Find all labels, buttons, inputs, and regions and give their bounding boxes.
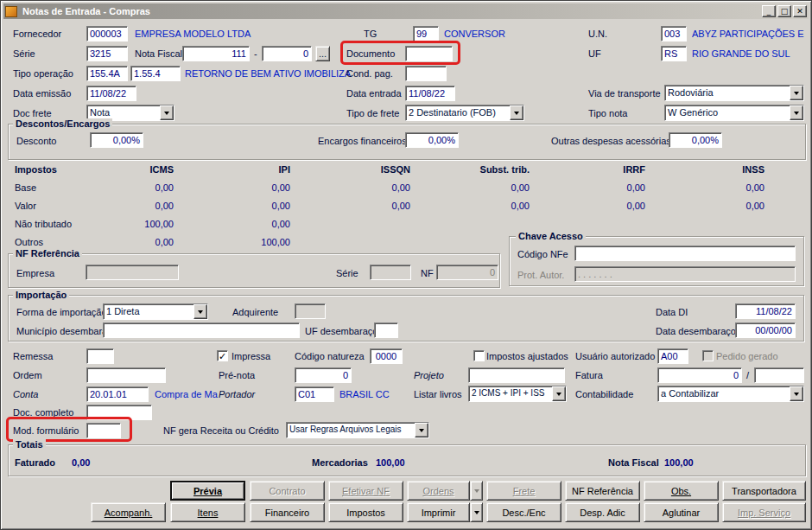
valor-irrf: 0,00	[576, 201, 645, 211]
doc-frete-dropdown-icon[interactable]	[160, 105, 174, 120]
acompanh-button[interactable]: Acompanh.	[91, 502, 166, 522]
frete-button[interactable]: Frete	[486, 481, 561, 501]
mercadorias-value: 100,00	[376, 457, 405, 468]
data-desembaraco-label: Data desembaraço	[656, 326, 736, 336]
maximize-button[interactable]: □	[777, 5, 791, 17]
outros-icms: 0,00	[105, 237, 174, 247]
prot-autor-label: Prot. Autor.	[517, 270, 564, 280]
uf-desembaraco-input[interactable]	[374, 322, 398, 338]
tipo-nota-select[interactable]: W Genérico	[664, 105, 804, 121]
mod-formulario-label: Mod. formulário	[13, 425, 79, 436]
base-subst: 0,00	[460, 182, 530, 193]
ordem-label: Ordem	[13, 370, 42, 380]
nota-fiscal-sub-input[interactable]: 0	[262, 46, 312, 61]
data-entrada-input[interactable]: 11/08/22	[405, 86, 455, 101]
faturado-value: 0,00	[72, 457, 90, 468]
aglutinar-button[interactable]: Aglutinar	[644, 502, 719, 522]
chave-acesso-group-title: Chave Acesso	[516, 231, 586, 241]
un-input[interactable]: 003	[661, 26, 687, 42]
titlebar[interactable]: Notas de Entrada - Compras _ □ ✕	[3, 3, 809, 19]
nf-referencia-button[interactable]: NF Referência	[565, 481, 640, 501]
impostos-row-valor-label: Valor	[15, 201, 36, 211]
nf-gera-select[interactable]: Usar Regras Arquivos Legais	[286, 422, 429, 438]
contabilidade-select[interactable]: a Contabilizar	[657, 386, 804, 402]
impostos-ajustados-checkbox[interactable]	[473, 350, 485, 361]
doc-completo-input[interactable]	[86, 405, 152, 420]
fatura-label: Fatura	[575, 370, 603, 380]
efetivar-nf-button[interactable]: Efetivar NF	[328, 481, 403, 501]
cond-pag-label: Cond. pag.	[346, 68, 393, 79]
contabilidade-dropdown-icon[interactable]	[790, 386, 803, 401]
financeiro-button[interactable]: Financeiro	[250, 502, 325, 522]
adquirente-input	[295, 303, 326, 319]
pre-nota-input[interactable]: 0	[295, 367, 352, 383]
via-transporte-dropdown-icon[interactable]	[790, 86, 803, 100]
impostos-button[interactable]: Impostos	[328, 502, 403, 522]
impostos-col-issqn: ISSQN	[341, 164, 410, 175]
desconto-input[interactable]: 0,00%	[90, 132, 143, 148]
tipo-nota-dropdown-icon[interactable]	[790, 105, 803, 120]
tipo-operacao-label: Tipo operação	[13, 68, 73, 79]
municipio-desembaraco-input[interactable]	[103, 322, 300, 338]
outras-despesas-input[interactable]: 0,00%	[669, 132, 722, 148]
mod-formulario-input[interactable]	[86, 423, 121, 438]
nf-gera-dropdown-icon[interactable]	[415, 423, 428, 437]
un-description: ABYZ PARTICIPAÇÕES E	[692, 29, 804, 39]
imp-servico-button[interactable]: Imp. Serviço	[722, 502, 806, 522]
imprimir-button[interactable]: Imprimir	[407, 502, 470, 522]
uf-input[interactable]: RS	[661, 46, 687, 61]
codigo-nfe-input[interactable]	[574, 246, 796, 261]
portador-description: BRASIL CC	[339, 389, 390, 399]
documento-input[interactable]	[405, 46, 453, 61]
via-transporte-select[interactable]: Rodoviária	[664, 85, 804, 101]
un-label: U.N.	[588, 29, 607, 39]
fatura-input[interactable]: 0	[657, 367, 742, 383]
serie-input[interactable]: 3215	[86, 46, 128, 61]
tipo-operacao-input1[interactable]: 155.4A	[86, 66, 128, 81]
tipo-operacao-input2[interactable]: 1.55.4	[130, 66, 181, 81]
minimize-button[interactable]: _	[762, 5, 776, 17]
encargos-label: Encargos financeiros	[318, 136, 407, 146]
desp-adic-button[interactable]: Desp. Adic	[565, 502, 640, 522]
cond-pag-input[interactable]	[405, 66, 447, 81]
window-title: Notas de Entrada - Compras	[22, 6, 760, 16]
projeto-input[interactable]	[468, 367, 565, 383]
previa-button[interactable]: Prévia	[170, 481, 245, 501]
forma-importacao-select[interactable]: 1 Direta	[103, 303, 208, 320]
encargos-input[interactable]: 0,00%	[405, 132, 459, 148]
impressa-checkbox[interactable]: ✓	[217, 350, 228, 361]
contrato-button[interactable]: Contrato	[250, 481, 325, 501]
obs-button[interactable]: Obs.	[644, 481, 719, 501]
usuario-autorizado-input[interactable]: A00	[657, 348, 688, 364]
outros-ipi: 100,00	[221, 237, 290, 247]
ordens-button[interactable]: Ordens	[407, 481, 470, 501]
ordem-input[interactable]	[86, 367, 166, 383]
listar-livros-dropdown-icon[interactable]	[552, 386, 566, 401]
nota-fiscal-input[interactable]: 111	[182, 46, 250, 61]
tipo-frete-dropdown-icon[interactable]	[510, 105, 523, 120]
desc-enc-button[interactable]: Desc./Enc	[486, 502, 561, 522]
impostos-col-icms: ICMS	[105, 164, 174, 175]
listar-livros-label: Listar livros	[414, 389, 462, 399]
tipo-frete-select[interactable]: 2 Destinatario (FOB)	[405, 105, 524, 121]
data-di-input[interactable]: 11/08/22	[735, 303, 796, 319]
nf-gera-label: NF gera Receita ou Crédito	[163, 425, 279, 436]
data-emissao-input[interactable]: 11/08/22	[86, 86, 136, 101]
fornecedor-input[interactable]: 000003	[86, 26, 128, 42]
portador-input[interactable]: C01	[295, 386, 334, 402]
ordens-menu-button[interactable]	[470, 481, 483, 501]
remessa-input[interactable]	[86, 348, 114, 364]
nota-fiscal-dash: -	[254, 48, 257, 59]
tg-input[interactable]: 99	[413, 26, 439, 42]
forma-importacao-dropdown-icon[interactable]	[193, 304, 207, 319]
conta-input[interactable]: 20.01.01	[86, 386, 149, 402]
itens-button[interactable]: Itens	[170, 502, 245, 522]
imprimir-menu-button[interactable]	[470, 502, 483, 522]
nota-fiscal-browse-button[interactable]: ...	[315, 46, 330, 61]
transportadora-button[interactable]: Transportadora	[722, 481, 806, 501]
pedido-gerado-label: Pedido gerado	[716, 351, 778, 361]
fatura-input2[interactable]	[754, 367, 804, 383]
codigo-natureza-input[interactable]: 0000	[370, 348, 403, 364]
data-desembaraco-input[interactable]: 00/00/00	[735, 322, 796, 338]
close-button[interactable]: ✕	[793, 5, 807, 17]
